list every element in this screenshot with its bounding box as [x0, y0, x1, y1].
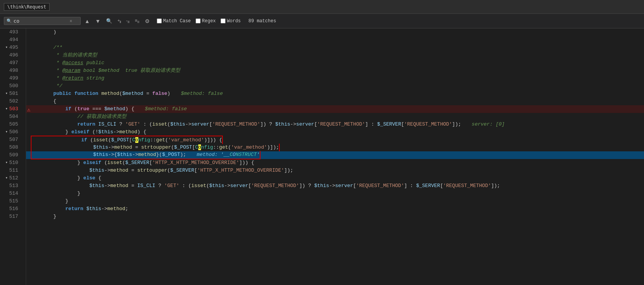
match-case-option[interactable]: Match Case	[157, 18, 191, 24]
line-num-517: 517	[3, 213, 21, 220]
line-num-511: 511	[3, 167, 21, 174]
search-icon: 🔍	[7, 18, 12, 23]
code-line-498: * @param bool $method true 获取原始请求类型	[26, 67, 644, 75]
line-num-507: 507	[3, 136, 21, 144]
toggle-replace-button[interactable]: +II	[116, 17, 123, 25]
code-line-508: $this->method = strtoupper($_POST[Config…	[26, 144, 644, 151]
code-line-501: public function method($method = false) …	[26, 90, 644, 98]
code-line-503: ⚠ if (true === $method) { $method: false	[26, 105, 644, 113]
line-num-505: 505	[3, 121, 21, 128]
line-num-498: 498	[3, 67, 21, 75]
regex-option[interactable]: Regex	[196, 18, 216, 24]
line-num-502: 502	[3, 98, 21, 105]
code-line-511: $this->method = strtoupper($_SERVER['HTT…	[26, 167, 644, 174]
search-bar: 🔍 × ▲ ▼ 🔍 +II -II ≡II ⚙ Match Case Regex…	[0, 14, 644, 28]
line-num-496: 496	[3, 51, 21, 59]
code-line-495: /**	[26, 44, 644, 51]
line-num-501: ▾ 501	[3, 90, 21, 98]
code-line-497: * @access public	[26, 59, 644, 67]
code-line-517: }	[26, 213, 644, 220]
line-num-494: 494	[3, 36, 21, 44]
line-num-512: ▾ 512	[3, 174, 21, 182]
search-options: Match Case Regex Words 89 matches	[157, 18, 276, 24]
code-line-507: if (isset($_POST[Config::get('var_method…	[26, 136, 644, 144]
line-num-499: 499	[3, 75, 21, 82]
code-line-509: $this->{$this->method}($_POST); method: …	[26, 151, 644, 159]
line-num-513: 513	[3, 182, 21, 190]
line-num-495: ▾ 495	[3, 44, 21, 51]
code-line-499: * @return string	[26, 75, 644, 82]
line-num-516: 516	[3, 205, 21, 213]
line-num-514: 514	[3, 190, 21, 197]
regex-checkbox[interactable]	[196, 18, 201, 23]
words-option[interactable]: Words	[221, 18, 241, 24]
code-line-516: return $this->method;	[26, 205, 644, 213]
code-line-502: {	[26, 98, 644, 105]
line-num-509: 509	[3, 151, 21, 159]
match-case-checkbox[interactable]	[157, 18, 162, 23]
code-line-506: } elseif (!$this->method) {	[26, 128, 644, 136]
search-input[interactable]	[13, 18, 67, 24]
code-line-493: )	[26, 28, 644, 36]
matches-count: 89 matches	[249, 18, 276, 24]
line-numbers: 493 494 ▾ 495 496 497 498 499 500	[0, 28, 26, 285]
code-line-514: }	[26, 190, 644, 197]
line-num-503: ▾ 503	[3, 105, 21, 113]
code-line-500: */	[26, 82, 644, 90]
code-line-496: * 当前的请求类型	[26, 51, 644, 59]
line-num-500: 500	[3, 82, 21, 90]
line-num-508: 508	[3, 144, 21, 151]
line-num-506: ▾ 506	[3, 128, 21, 136]
file-title: \think\Request	[4, 3, 50, 11]
next-match-button[interactable]: ▼	[94, 17, 102, 25]
line-num-497: 497	[3, 59, 21, 67]
code-line-515: }	[26, 197, 644, 205]
code-line-512: } else {	[26, 174, 644, 182]
prev-match-button[interactable]: ▲	[83, 17, 91, 25]
code-line-513: $this->method = IS_CLI ? 'GET' : (isset(…	[26, 182, 644, 190]
code-line-505: return IS_CLI ? 'GET' : (isset($this->se…	[26, 121, 644, 128]
replace-all-button[interactable]: ≡II	[133, 17, 141, 25]
line-num-515: 515	[3, 197, 21, 205]
title-bar: \think\Request	[0, 0, 644, 14]
line-num-504: 504	[3, 113, 21, 121]
editor-container: 493 494 ▾ 495 496 497 498 499 500	[0, 28, 644, 285]
words-checkbox[interactable]	[221, 18, 226, 23]
search-input-wrap: 🔍 ×	[4, 17, 81, 25]
clear-search-button[interactable]: ×	[69, 18, 73, 24]
replace-button[interactable]: -II	[124, 17, 131, 25]
code-area[interactable]: ) /** * 当前的请求类型 * @access public * @para…	[26, 28, 644, 285]
code-line-494	[26, 36, 644, 44]
find-in-selection-button[interactable]: 🔍	[105, 17, 114, 25]
settings-button[interactable]: ⚙	[143, 17, 151, 25]
line-num-510: ▾ 510	[3, 159, 21, 167]
code-line-510: } elseif (isset($_SERVER['HTTP_X_HTTP_ME…	[26, 159, 644, 167]
line-num-493: 493	[3, 28, 21, 36]
code-line-504: // 获取原始请求类型	[26, 113, 644, 121]
